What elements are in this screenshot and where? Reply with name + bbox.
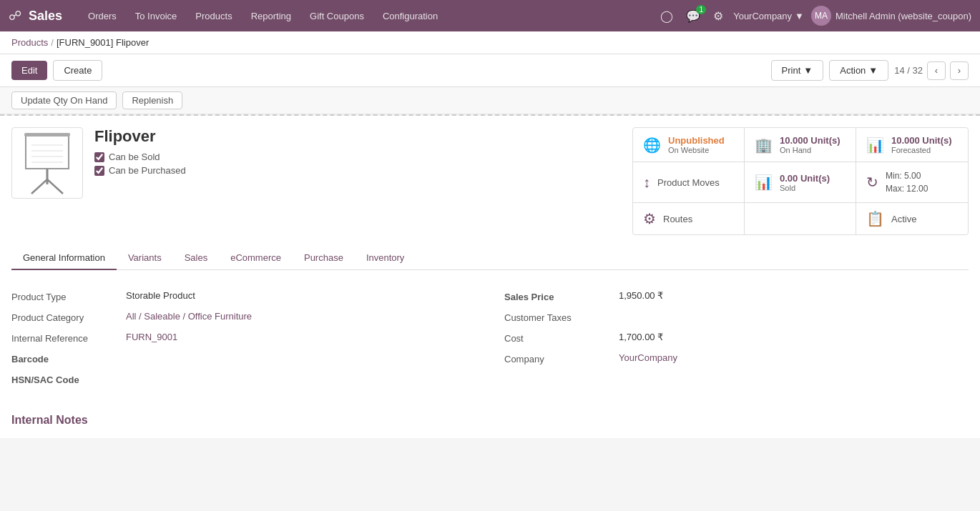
svg-rect-1: [24, 133, 70, 137]
help-icon[interactable]: ◯: [657, 6, 676, 26]
product-title-section: Flipover Can be Sold Can be Purchased: [94, 127, 621, 179]
empty-stat-1: [745, 203, 856, 234]
sold-value: 0.00 Unit(s): [780, 173, 830, 184]
update-qty-button[interactable]: Update Qty On Hand: [11, 91, 117, 109]
internal-reference-row: Internal Reference FURN_9001: [11, 332, 476, 344]
can-be-purchased-row: Can be Purchased: [94, 165, 621, 176]
nav-gift-coupons[interactable]: Gift Coupons: [301, 6, 373, 26]
hsn-sac-label: HSN/SAC Code: [11, 373, 126, 385]
print-label: Print: [782, 65, 801, 76]
customer-taxes-label: Customer Taxes: [504, 311, 619, 323]
product-category-label: Product Category: [11, 311, 126, 323]
internal-reference-label: Internal Reference: [11, 332, 126, 344]
settings-icon[interactable]: ⚙: [710, 6, 726, 26]
print-button[interactable]: Print ▼: [771, 60, 824, 81]
tab-purchase[interactable]: Purchase: [293, 247, 355, 270]
company-chevron-icon: ▼: [795, 11, 804, 21]
forecasted-value: 10.000 Unit(s): [891, 135, 952, 146]
active-stat[interactable]: 📋 Active: [856, 203, 968, 234]
product-image[interactable]: [11, 127, 83, 199]
on-hand-value: 10.000 Unit(s): [780, 135, 841, 146]
avatar: MA: [811, 6, 831, 26]
customer-taxes-row: Customer Taxes: [504, 311, 969, 323]
chat-badge: 1: [696, 5, 706, 14]
can-be-sold-row: Can be Sold: [94, 152, 621, 162]
brand-name[interactable]: Sales: [29, 9, 62, 24]
nav-prev-button[interactable]: ‹: [927, 61, 946, 80]
breadcrumb-current: [FURN_9001] Flipover: [57, 37, 149, 48]
internal-reference-value[interactable]: FURN_9001: [126, 332, 177, 342]
breadcrumb-separator: /: [51, 37, 54, 48]
can-be-purchased-label: Can be Purchased: [109, 165, 186, 176]
can-be-purchased-checkbox[interactable]: [94, 166, 104, 176]
min-value: 5.00: [904, 171, 921, 181]
nav-to-invoice[interactable]: To Invoice: [127, 6, 186, 26]
company-row: Company YourCompany: [504, 352, 969, 364]
max-label: Max:: [886, 184, 904, 194]
grid-icon[interactable]: ☍: [9, 8, 21, 24]
cost-row: Cost 1,700.00 ₹: [504, 332, 969, 344]
user-name: Mitchell Admin (website_coupon): [836, 11, 971, 21]
active-label: Active: [891, 214, 916, 224]
main-menu: Orders To Invoice Products Reporting Gif…: [79, 6, 655, 26]
sold-label: Sold: [780, 184, 830, 192]
sales-price-label: Sales Price: [504, 290, 619, 302]
cost-value: 1,700.00 ₹: [619, 332, 663, 342]
barcode-label: Barcode: [11, 352, 126, 364]
product-category-value[interactable]: All / Saleable / Office Furniture: [126, 311, 252, 322]
sold-stat[interactable]: 📊 0.00 Unit(s) Sold: [745, 162, 856, 203]
unpublished-value: Unpublished: [668, 135, 725, 146]
nav-orders[interactable]: Orders: [79, 6, 125, 26]
product-type-row: Product Type Storable Product: [11, 290, 476, 302]
action-button[interactable]: Action ▼: [829, 60, 888, 81]
unpublished-stat[interactable]: 🌐 Unpublished On Website: [633, 128, 745, 162]
chart-icon: 📊: [866, 137, 884, 154]
main-content: Flipover Can be Sold Can be Purchased 🌐 …: [0, 116, 980, 438]
product-moves-label: Product Moves: [657, 177, 720, 188]
cost-label: Cost: [504, 332, 619, 344]
company-value[interactable]: YourCompany: [619, 352, 677, 363]
edit-button[interactable]: Edit: [11, 61, 47, 80]
stats-grid: 🌐 Unpublished On Website 🏢 10.000 Unit(s…: [632, 127, 969, 235]
tab-general-information[interactable]: General Information: [11, 247, 117, 270]
minmax-stat[interactable]: ↻ Min: 5.00 Max: 12.00: [856, 162, 968, 203]
on-hand-stat[interactable]: 🏢 10.000 Unit(s) On Hand: [745, 128, 856, 162]
tab-variants[interactable]: Variants: [117, 247, 173, 270]
min-label: Min:: [886, 171, 902, 181]
can-be-sold-label: Can be Sold: [109, 152, 160, 162]
action-bar: Edit Create Print ▼ Action ▼ 14 / 32 ‹ ›: [0, 54, 980, 87]
user-menu[interactable]: MA Mitchell Admin (website_coupon): [811, 6, 971, 26]
chat-icon[interactable]: 💬 1: [683, 6, 703, 26]
form-right-column: Sales Price 1,950.00 ₹ Customer Taxes Co…: [504, 290, 969, 394]
product-type-value: Storable Product: [126, 290, 195, 301]
routes-stat[interactable]: ⚙ Routes: [633, 203, 745, 234]
max-value: 12.00: [906, 184, 928, 194]
nav-products[interactable]: Products: [187, 6, 240, 26]
form-section: Product Type Storable Product Product Ca…: [11, 284, 969, 400]
top-navigation: ☍ Sales Orders To Invoice Products Repor…: [0, 0, 980, 31]
product-type-label: Product Type: [11, 290, 126, 302]
breadcrumb-parent[interactable]: Products: [11, 37, 48, 48]
nav-configuration[interactable]: Configuration: [374, 6, 446, 26]
svg-line-4: [47, 179, 63, 194]
tab-inventory[interactable]: Inventory: [355, 247, 416, 270]
replenish-button[interactable]: Replenish: [122, 91, 182, 109]
nav-next-button[interactable]: ›: [950, 61, 969, 80]
clipboard-icon: 📋: [866, 210, 884, 227]
product-moves-stat[interactable]: ↕ Product Moves: [633, 162, 745, 203]
create-button[interactable]: Create: [53, 60, 102, 81]
quick-action-bar: Update Qty On Hand Replenish: [0, 87, 980, 114]
can-be-sold-checkbox[interactable]: [94, 152, 104, 162]
nav-counter: 14 / 32 ‹ ›: [894, 61, 969, 80]
sales-price-value: 1,950.00 ₹: [619, 290, 663, 301]
forecasted-stat[interactable]: 📊 10.000 Unit(s) Forecasted: [856, 128, 968, 162]
nav-reporting[interactable]: Reporting: [242, 6, 300, 26]
gear-icon: ⚙: [643, 210, 656, 227]
tabs-bar: General Information Variants Sales eComm…: [11, 247, 969, 270]
on-hand-label: On Hand: [780, 146, 841, 154]
tab-sales[interactable]: Sales: [173, 247, 220, 270]
hsn-sac-row: HSN/SAC Code: [11, 373, 476, 385]
tab-ecommerce[interactable]: eCommerce: [219, 247, 293, 270]
company-label: Company: [504, 352, 619, 364]
company-selector[interactable]: YourCompany ▼: [733, 11, 804, 21]
